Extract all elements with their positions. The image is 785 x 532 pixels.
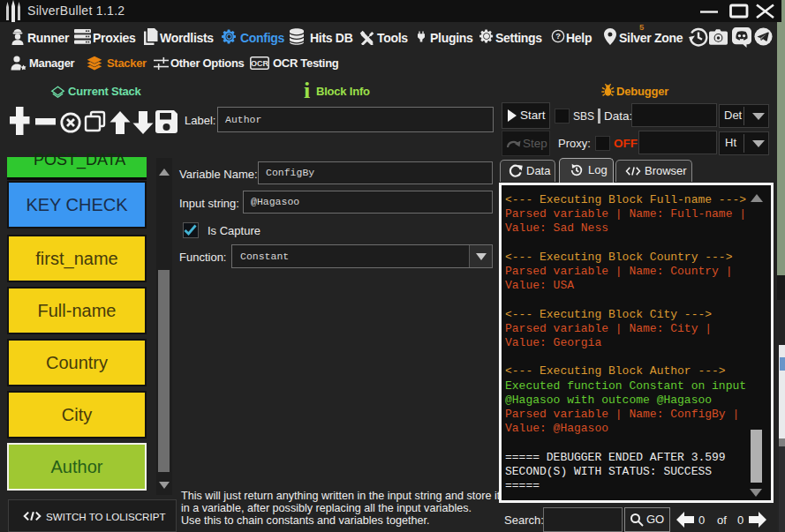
svg-text:?: ? xyxy=(555,32,561,41)
svg-text:OCR: OCR xyxy=(251,59,269,68)
